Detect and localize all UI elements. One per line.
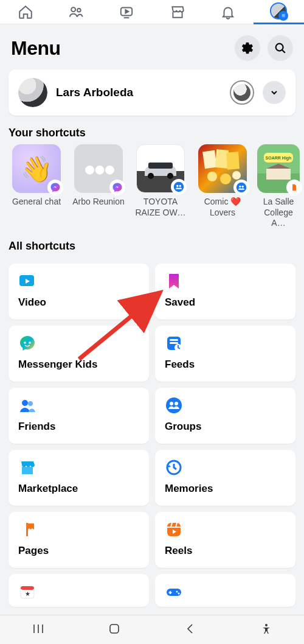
tile-label: Friends bbox=[18, 421, 139, 433]
shortcut-item[interactable]: ●●● Arbo Reunion bbox=[71, 144, 126, 229]
tile-pages[interactable]: Pages bbox=[9, 512, 149, 568]
wave-emoji-icon: 👋 bbox=[21, 154, 52, 184]
tab-menu[interactable]: ≡ bbox=[254, 0, 304, 24]
tab-friends[interactable] bbox=[50, 0, 101, 24]
your-shortcuts-title: Your shortcuts bbox=[0, 116, 304, 144]
profile-avatar bbox=[18, 78, 47, 107]
tile-label: Memories bbox=[165, 483, 286, 495]
shortcut-label: Comic ❤️ Lovers bbox=[195, 197, 250, 218]
shortcut-label: General chat bbox=[12, 197, 61, 208]
shortcut-item[interactable]: TOYOTA RAIZE OW… bbox=[133, 144, 188, 229]
svg-rect-38 bbox=[22, 467, 33, 474]
switch-account-ring[interactable] bbox=[230, 80, 254, 105]
video-tab-icon bbox=[119, 4, 134, 20]
svg-point-20 bbox=[242, 186, 244, 187]
svg-point-27 bbox=[24, 341, 26, 344]
top-nav: ≡ bbox=[0, 0, 304, 24]
svg-point-34 bbox=[28, 401, 33, 406]
events-icon: ★ bbox=[18, 583, 36, 601]
shortcut-item[interactable]: SOARR High La Salle College A… bbox=[257, 144, 300, 229]
menu-header: Menu bbox=[0, 24, 304, 69]
svg-point-17 bbox=[232, 171, 241, 180]
svg-point-16 bbox=[220, 173, 231, 184]
settings-button[interactable] bbox=[235, 35, 260, 61]
svg-rect-50 bbox=[169, 592, 172, 593]
shortcut-label: Arbo Reunion bbox=[72, 197, 125, 208]
group-badge-icon bbox=[233, 180, 249, 195]
gear-icon bbox=[241, 41, 254, 55]
car-icon bbox=[141, 156, 180, 181]
svg-rect-14 bbox=[226, 152, 240, 169]
svg-point-1 bbox=[77, 8, 81, 12]
expand-profiles-button[interactable] bbox=[263, 81, 286, 104]
marketplace-icon bbox=[18, 458, 36, 477]
svg-point-58 bbox=[265, 624, 268, 626]
tab-notifications[interactable] bbox=[202, 0, 253, 24]
tab-home[interactable] bbox=[0, 0, 50, 24]
tile-memories[interactable]: Memories bbox=[155, 450, 295, 506]
saved-icon bbox=[165, 272, 183, 290]
gaming-icon bbox=[165, 583, 183, 601]
pages-icon bbox=[18, 520, 36, 539]
shortcuts-row[interactable]: 👋 General chat ●●● Arbo Reunion TOYOTA R… bbox=[0, 144, 304, 229]
tile-reels[interactable]: Reels bbox=[155, 512, 295, 568]
tile-label: Feeds bbox=[165, 359, 286, 371]
reels-icon bbox=[165, 520, 183, 539]
all-shortcuts-grid: Video Saved Messenger Kids Feeds Friends… bbox=[0, 257, 304, 613]
tile-groups[interactable]: Groups bbox=[155, 388, 295, 444]
shortcut-item[interactable]: Comic ❤️ Lovers bbox=[195, 144, 250, 229]
friends-tile-icon bbox=[18, 396, 36, 415]
search-button[interactable] bbox=[268, 35, 293, 61]
svg-point-0 bbox=[71, 7, 75, 12]
svg-line-5 bbox=[282, 50, 285, 53]
tile-label: Pages bbox=[18, 545, 139, 557]
bell-icon bbox=[220, 4, 236, 20]
tile-friends[interactable]: Friends bbox=[9, 388, 149, 444]
profile-card[interactable]: Lars Arboleda bbox=[9, 69, 295, 116]
marketplace-tab-icon bbox=[170, 4, 185, 20]
accessibility-button[interactable] bbox=[260, 623, 272, 637]
tile-label: Groups bbox=[165, 421, 286, 433]
svg-point-36 bbox=[170, 402, 173, 405]
tile-events[interactable]: ★ bbox=[9, 574, 149, 607]
svg-marker-24 bbox=[266, 164, 291, 169]
svg-point-18 bbox=[237, 183, 247, 193]
svg-rect-31 bbox=[170, 342, 178, 344]
back-button[interactable] bbox=[184, 623, 196, 637]
svg-point-10 bbox=[176, 185, 178, 187]
svg-point-37 bbox=[174, 402, 178, 405]
memories-icon bbox=[165, 458, 183, 477]
recents-button[interactable] bbox=[32, 623, 44, 637]
home-button[interactable] bbox=[108, 623, 120, 637]
tile-label: Messenger Kids bbox=[18, 359, 139, 371]
messenger-badge-icon bbox=[47, 180, 63, 195]
tile-feeds[interactable]: Feeds bbox=[155, 326, 295, 382]
friends-icon bbox=[68, 4, 84, 20]
svg-point-15 bbox=[207, 172, 217, 181]
home-icon bbox=[18, 4, 33, 20]
feeds-icon bbox=[165, 334, 183, 352]
svg-point-8 bbox=[167, 173, 173, 179]
svg-point-52 bbox=[178, 592, 180, 594]
tile-video[interactable]: Video bbox=[9, 264, 149, 320]
svg-point-11 bbox=[179, 185, 181, 187]
tile-saved[interactable]: Saved bbox=[155, 264, 295, 320]
messenger-kids-icon bbox=[18, 334, 36, 352]
tile-label: Marketplace bbox=[18, 483, 139, 495]
tile-label: Video bbox=[18, 296, 139, 309]
video-icon bbox=[18, 272, 36, 290]
menu-avatar-icon: ≡ bbox=[270, 2, 287, 19]
tile-gaming[interactable] bbox=[155, 574, 295, 607]
svg-point-19 bbox=[239, 186, 241, 187]
svg-point-35 bbox=[166, 397, 182, 413]
profile-name: Lars Arboleda bbox=[56, 86, 230, 99]
tile-marketplace[interactable]: Marketplace bbox=[9, 450, 149, 506]
svg-point-28 bbox=[29, 341, 31, 344]
svg-point-7 bbox=[148, 173, 154, 179]
tab-marketplace[interactable] bbox=[152, 0, 202, 24]
tile-messenger-kids[interactable]: Messenger Kids bbox=[9, 326, 149, 382]
tab-video[interactable] bbox=[102, 0, 152, 24]
tile-label: Reels bbox=[165, 545, 286, 557]
shortcut-item[interactable]: 👋 General chat bbox=[9, 144, 64, 229]
all-shortcuts-title: All shortcuts bbox=[0, 229, 304, 257]
